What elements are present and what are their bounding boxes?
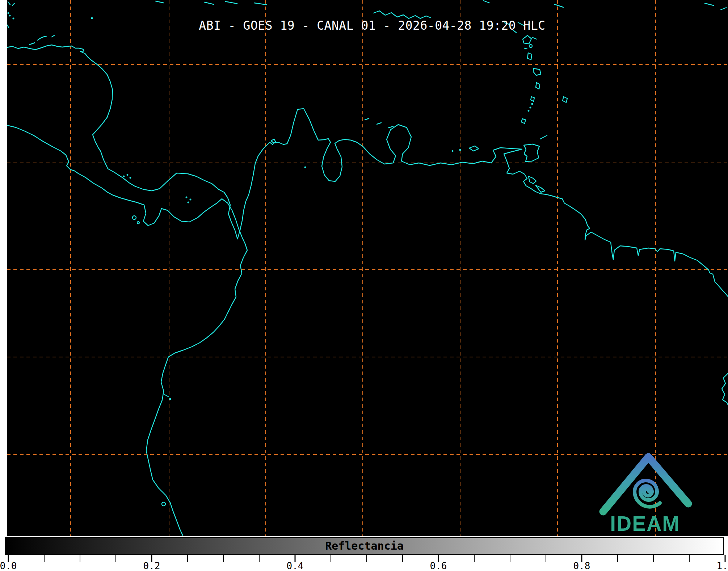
colorbar-tick-label: 1.0	[717, 560, 728, 571]
coastline-caribbean-north	[7, 45, 728, 297]
islands-abc	[365, 118, 393, 128]
logo-text: IDEAM	[610, 512, 680, 535]
islet-dot	[130, 177, 131, 179]
islet	[137, 222, 139, 224]
graticule-gridlines	[7, 0, 728, 536]
coastline-fragment-right-edge	[722, 373, 728, 405]
left-margin-strip	[0, 0, 7, 571]
colorbar-tick-labels: 0.00.20.40.60.81.0	[8, 560, 725, 571]
islet-dot	[9, 15, 11, 17]
islet-dot	[452, 150, 454, 152]
island-margarita	[469, 146, 479, 151]
island-coiba	[132, 216, 136, 219]
lesser-antilles-islands	[505, 22, 567, 139]
coastlines	[7, 1, 728, 536]
islet-dot	[91, 17, 93, 19]
islet-dot	[8, 12, 9, 14]
colorbar-label: Reflectancia	[325, 539, 404, 552]
islet-dot	[13, 18, 14, 20]
satellite-image-viewer: IDEAM ABI - GOES 19 - CANAL 01 - 2026-04…	[0, 0, 728, 571]
logo-spiral-icon	[635, 480, 660, 507]
island-trinidad	[524, 144, 539, 161]
islet-loop	[162, 502, 165, 506]
coastline-pacific	[7, 125, 247, 536]
islet-dot	[127, 174, 129, 176]
islet-dot	[123, 176, 125, 177]
islet-dot	[188, 202, 189, 203]
map-area: IDEAM ABI - GOES 19 - CANAL 01 - 2026-04…	[7, 0, 728, 536]
islet-dot	[459, 149, 461, 151]
coastline-hispaniola-south	[374, 11, 431, 18]
islet-dot	[186, 197, 188, 198]
coastline-fragments-top-edge	[156, 1, 726, 10]
map-title: ABI - GOES 19 - CANAL 01 - 2026-04-28 19…	[199, 19, 545, 33]
islet-dot	[304, 167, 306, 168]
colorbar-gradient: Reflectancia	[5, 537, 724, 555]
colorbar-tick-label: 0.0	[0, 560, 17, 571]
coastline-orinoco-delta	[529, 176, 545, 192]
colorbar-tick-label: 0.6	[430, 560, 447, 571]
colorbar-tick-label: 0.4	[287, 560, 304, 571]
ideam-logo: IDEAM	[603, 457, 688, 535]
map-svg: IDEAM	[7, 0, 728, 536]
colorbar-tick-label: 0.2	[143, 560, 160, 571]
islet-dot	[190, 199, 192, 201]
islets-pacific-coast	[165, 395, 169, 397]
islet-dot	[169, 398, 171, 400]
coastline-fragments-top-left	[7, 2, 55, 45]
colorbar-tick-label: 0.8	[573, 560, 590, 571]
